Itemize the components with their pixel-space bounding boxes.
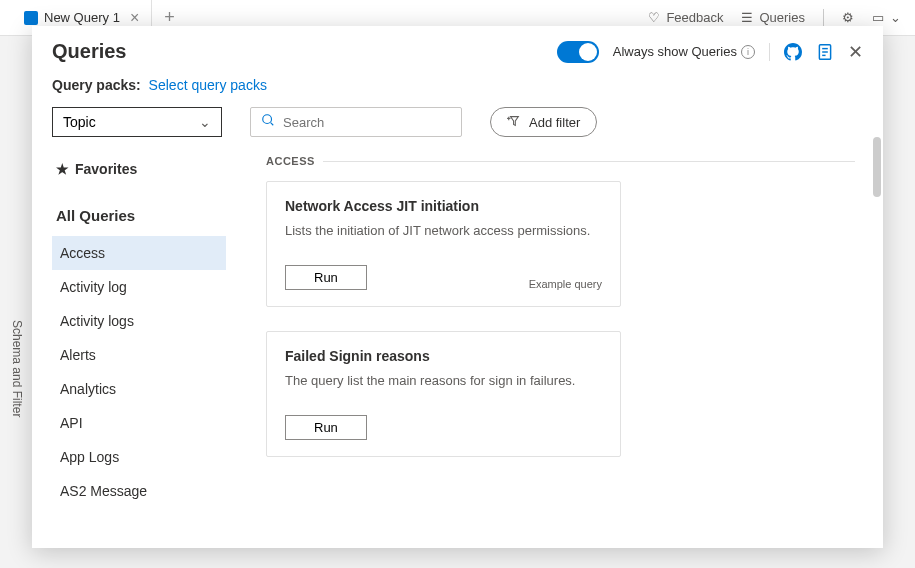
- reader-button[interactable]: ▭ ⌄: [872, 10, 901, 25]
- query-card: Network Access JIT initiation Lists the …: [266, 181, 621, 307]
- book-icon: ▭: [872, 10, 884, 25]
- sidebar-category-item[interactable]: App Logs: [52, 440, 226, 474]
- filter-add-icon: [507, 114, 521, 131]
- favorites-section[interactable]: ★ Favorites: [52, 155, 232, 183]
- query-packs-label: Query packs:: [52, 77, 141, 93]
- info-icon[interactable]: i: [741, 45, 755, 59]
- queries-list-icon: ☰: [741, 10, 753, 25]
- close-tab-icon[interactable]: ×: [130, 9, 139, 27]
- feedback-button[interactable]: ♡ Feedback: [648, 10, 723, 25]
- sidebar-category-item[interactable]: Alerts: [52, 338, 226, 372]
- always-show-toggle[interactable]: [557, 41, 599, 63]
- settings-gear-icon[interactable]: ⚙: [842, 10, 854, 25]
- heart-icon: ♡: [648, 10, 660, 25]
- query-file-icon: [24, 11, 38, 25]
- svg-point-4: [263, 115, 272, 124]
- sidebar-category-item[interactable]: Activity logs: [52, 304, 226, 338]
- categories-sidebar: ★ Favorites All Queries AccessActivity l…: [52, 137, 232, 548]
- example-tag: Example query: [529, 278, 602, 290]
- document-icon[interactable]: [816, 43, 834, 61]
- query-card: Failed Signin reasons The query list the…: [266, 331, 621, 457]
- queries-button[interactable]: ☰ Queries: [741, 10, 805, 25]
- all-queries-heading[interactable]: All Queries: [52, 201, 232, 230]
- card-title: Failed Signin reasons: [285, 348, 602, 364]
- tab-title: New Query 1: [44, 10, 120, 25]
- query-cards-area: ACCESS Network Access JIT initiation Lis…: [232, 137, 883, 548]
- new-tab-button[interactable]: +: [152, 7, 187, 28]
- query-packs-link[interactable]: Select query packs: [149, 77, 267, 93]
- star-icon: ★: [56, 161, 69, 177]
- always-show-label: Always show Queries: [613, 44, 737, 59]
- section-label: ACCESS: [266, 155, 315, 167]
- sidebar-category-item[interactable]: AS2 Message: [52, 474, 226, 508]
- search-box[interactable]: [250, 107, 462, 137]
- divider: [823, 9, 824, 27]
- content-scrollbar[interactable]: [873, 137, 881, 197]
- schema-filter-sidebar-label[interactable]: Schema and Filter: [10, 320, 24, 417]
- sidebar-category-item[interactable]: Analytics: [52, 372, 226, 406]
- queries-modal: Queries Always show Queries i ✕ Query pa…: [32, 26, 883, 548]
- search-icon: [261, 113, 275, 131]
- sidebar-category-item[interactable]: API: [52, 406, 226, 440]
- card-description: The query list the main reasons for sign…: [285, 372, 602, 391]
- github-icon[interactable]: [784, 43, 802, 61]
- add-filter-button[interactable]: Add filter: [490, 107, 597, 137]
- close-modal-button[interactable]: ✕: [848, 41, 863, 63]
- modal-title: Queries: [52, 40, 557, 63]
- topic-dropdown[interactable]: Topic ⌄: [52, 107, 222, 137]
- chevron-down-icon: ⌄: [199, 114, 211, 130]
- svg-line-5: [271, 123, 274, 126]
- sidebar-category-item[interactable]: Activity log: [52, 270, 226, 304]
- run-button[interactable]: Run: [285, 415, 367, 440]
- run-button[interactable]: Run: [285, 265, 367, 290]
- card-title: Network Access JIT initiation: [285, 198, 602, 214]
- divider: [769, 43, 770, 61]
- sidebar-category-item[interactable]: Access: [52, 236, 226, 270]
- search-input[interactable]: [283, 115, 451, 130]
- chevron-down-icon: ⌄: [890, 10, 901, 25]
- card-description: Lists the initiation of JIT network acce…: [285, 222, 602, 241]
- divider: [323, 161, 855, 162]
